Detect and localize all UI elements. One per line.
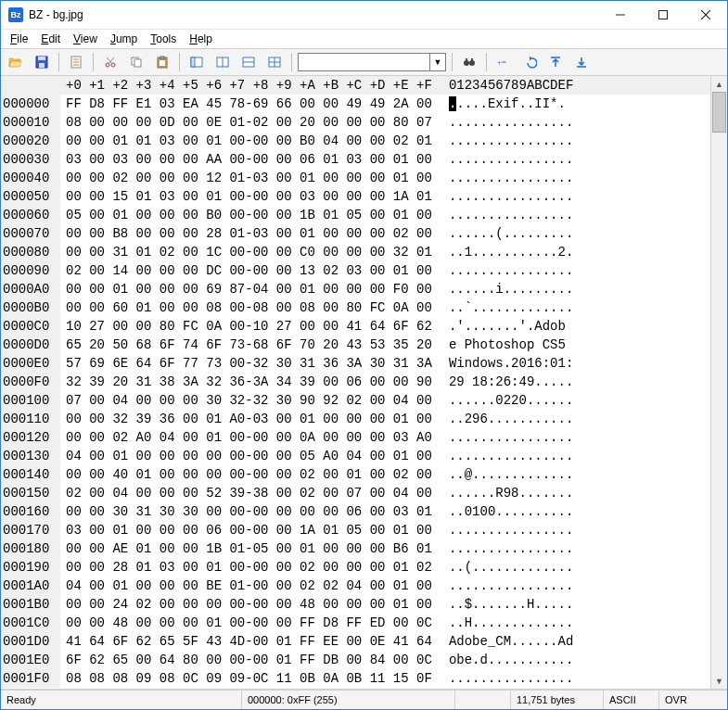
hex-ascii[interactable]: ................ — [432, 539, 573, 558]
hex-bytes[interactable]: 00 00 B8 00 00 00 28 01-03 00 01 00 00 0… — [60, 224, 432, 243]
hex-bytes[interactable]: 00 00 28 01 03 00 01 00-00 00 02 00 00 0… — [60, 558, 432, 577]
hex-view[interactable]: +0 +1 +2 +3 +4 +5 +6 +7 +8 +9 +A +B +C +… — [1, 76, 710, 689]
hex-bytes[interactable]: 05 00 01 00 00 00 B0 00-00 00 1B 01 05 0… — [60, 206, 432, 224]
hex-ascii[interactable]: ......0220...... — [432, 391, 573, 410]
hex-ascii[interactable]: ..`............. — [432, 298, 573, 317]
hex-row[interactable]: 00006005 00 01 00 00 00 B0 00-00 00 1B 0… — [1, 206, 710, 224]
hex-row[interactable]: 0000F032 39 20 31 38 3A 32 36-3A 34 39 0… — [1, 373, 710, 391]
hex-bytes[interactable]: 00 00 40 01 00 00 00 00-00 00 02 00 01 0… — [60, 465, 432, 484]
hex-row[interactable]: 0000C010 27 00 00 80 FC 0A 00-10 27 00 0… — [1, 317, 710, 336]
hex-ascii[interactable]: ................ — [432, 187, 573, 206]
hex-ascii[interactable]: ..296........... — [432, 410, 573, 428]
hex-row[interactable]: 0001B000 00 24 02 00 00 00 00-00 00 48 0… — [1, 595, 710, 614]
hex-row[interactable]: 00012000 00 02 A0 04 00 01 00-00 00 0A 0… — [1, 428, 710, 447]
hex-row[interactable]: 0001A004 00 01 00 00 00 BE 01-00 00 02 0… — [1, 577, 710, 595]
hex-row[interactable]: 0001F008 08 08 09 08 0C 09 09-0C 11 0B 0… — [1, 669, 710, 688]
view-split-4-button[interactable] — [263, 51, 286, 73]
hex-row[interactable]: 0000D065 20 50 68 6F 74 6F 73-68 6F 70 2… — [1, 336, 710, 354]
hex-ascii[interactable]: ..@............. — [432, 465, 573, 484]
hex-ascii[interactable]: ................ — [432, 428, 573, 447]
copy-button[interactable] — [125, 51, 147, 73]
hex-bytes[interactable]: 00 00 60 01 00 00 08 00-08 00 08 00 80 F… — [60, 298, 432, 317]
view-split-h-button[interactable] — [237, 51, 260, 73]
hex-ascii[interactable]: ................ — [432, 577, 573, 595]
hex-bytes[interactable]: 00 00 02 A0 04 00 01 00-00 00 0A 00 00 0… — [60, 428, 432, 447]
hex-bytes[interactable]: 00 00 01 01 03 00 01 00-00 00 B0 04 00 0… — [60, 132, 432, 150]
hex-row[interactable]: 00009002 00 14 00 00 00 DC 00-00 00 13 0… — [1, 261, 710, 280]
hex-ascii[interactable]: ................ — [432, 447, 573, 465]
find-button[interactable] — [458, 51, 480, 73]
hex-ascii[interactable]: ................ — [432, 132, 573, 150]
close-button[interactable] — [684, 1, 727, 29]
hex-bytes[interactable]: 00 00 31 01 02 00 1C 00-00 00 C0 00 00 0… — [60, 243, 432, 261]
hex-row[interactable]: 00013004 00 01 00 00 00 00 00-00 00 05 A… — [1, 447, 710, 465]
open-button[interactable] — [5, 51, 27, 73]
hex-bytes[interactable]: 00 00 02 00 00 00 12 01-03 00 01 00 00 0… — [60, 169, 432, 187]
hex-ascii[interactable]: ................ — [432, 169, 573, 187]
hex-row[interactable]: 0000E057 69 6E 64 6F 77 73 00-32 30 31 3… — [1, 354, 710, 373]
hex-ascii[interactable]: ................ — [432, 261, 573, 280]
hex-bytes[interactable]: 00 00 AE 01 00 00 1B 01-05 00 01 00 00 0… — [60, 539, 432, 558]
scroll-up-button[interactable]: ▲ — [711, 76, 727, 92]
hex-row[interactable]: 00017003 00 01 00 00 00 06 00-00 00 1A 0… — [1, 521, 710, 539]
menu-tools[interactable]: Tools — [145, 32, 182, 46]
menu-file[interactable]: File — [5, 32, 33, 46]
hex-row[interactable]: 00019000 00 28 01 03 00 01 00-00 00 02 0… — [1, 558, 710, 577]
hex-bytes[interactable]: 07 00 04 00 00 00 30 32-32 30 90 92 02 0… — [60, 391, 432, 410]
properties-button[interactable] — [65, 51, 87, 73]
hex-bytes[interactable]: 02 00 04 00 00 00 52 39-38 00 02 00 07 0… — [60, 484, 432, 502]
hex-ascii[interactable]: ..(............. — [432, 558, 573, 577]
hex-bytes[interactable]: 03 00 03 00 00 00 AA 00-00 00 06 01 03 0… — [60, 150, 432, 169]
hex-row[interactable]: 00004000 00 02 00 00 00 12 01-03 00 01 0… — [1, 169, 710, 187]
hex-row[interactable]: 0001D041 64 6F 62 65 5F 43 4D-00 01 FF E… — [1, 632, 710, 651]
vertical-scrollbar[interactable]: ▲ ▼ — [710, 76, 727, 689]
hex-row[interactable]: 00001008 00 00 00 0D 00 0E 01-02 00 20 0… — [1, 113, 710, 132]
hex-row[interactable]: 00005000 00 15 01 03 00 01 00-00 00 03 0… — [1, 187, 710, 206]
chevron-down-icon[interactable]: ▼ — [429, 54, 445, 70]
hex-ascii[interactable]: ................ — [432, 521, 573, 539]
hex-row[interactable]: 0001E06F 62 65 00 64 80 00 00-00 01 FF D… — [1, 651, 710, 669]
hex-row[interactable]: 00002000 00 01 01 03 00 01 00-00 00 B0 0… — [1, 132, 710, 150]
view-split-v-button[interactable] — [211, 51, 234, 73]
address-combo[interactable]: ▼ — [298, 53, 446, 71]
hex-bytes[interactable]: 41 64 6F 62 65 5F 43 4D-00 01 FF EE 00 0… — [60, 632, 432, 651]
jump-to-button[interactable]: += — [492, 51, 515, 73]
menu-view[interactable]: View — [68, 32, 103, 46]
hex-bytes[interactable]: 32 39 20 31 38 3A 32 36-3A 34 39 00 06 0… — [60, 373, 432, 391]
hex-ascii[interactable]: .....Exif..II*. — [432, 95, 566, 113]
jump-down-button[interactable] — [570, 51, 593, 73]
jump-up-button[interactable] — [544, 51, 567, 73]
hex-ascii[interactable]: ..H............. — [432, 614, 573, 632]
hex-row[interactable]: 00014000 00 40 01 00 00 00 00-00 00 02 0… — [1, 465, 710, 484]
hex-ascii[interactable]: ......(......... — [432, 224, 573, 243]
hex-row[interactable]: 000000FF D8 FF E1 03 EA 45 78-69 66 00 0… — [1, 95, 710, 113]
hex-bytes[interactable]: FF D8 FF E1 03 EA 45 78-69 66 00 00 49 4… — [60, 95, 432, 113]
hex-bytes[interactable]: 03 00 01 00 00 00 06 00-00 00 1A 01 05 0… — [60, 521, 432, 539]
hex-bytes[interactable]: 00 00 30 31 30 30 00 00-00 00 00 00 06 0… — [60, 502, 432, 521]
hex-bytes[interactable]: 02 00 14 00 00 00 DC 00-00 00 13 02 03 0… — [60, 261, 432, 280]
hex-ascii[interactable]: e Photoshop CS5 — [432, 336, 573, 354]
menu-jump[interactable]: Jump — [105, 32, 143, 46]
scroll-down-button[interactable]: ▼ — [711, 673, 727, 689]
hex-bytes[interactable]: 00 00 48 00 00 00 01 00-00 00 FF D8 FF E… — [60, 614, 432, 632]
undo-jump-button[interactable] — [518, 51, 541, 73]
hex-bytes[interactable]: 00 00 01 00 00 00 69 87-04 00 01 00 00 0… — [60, 280, 432, 298]
hex-ascii[interactable]: Windows.2016:01: — [432, 354, 573, 373]
hex-ascii[interactable]: ......R98....... — [432, 484, 573, 502]
hex-row[interactable]: 00008000 00 31 01 02 00 1C 00-00 00 C0 0… — [1, 243, 710, 261]
hex-bytes[interactable]: 65 20 50 68 6F 74 6F 73-68 6F 70 20 43 5… — [60, 336, 432, 354]
hex-bytes[interactable]: 04 00 01 00 00 00 00 00-00 00 05 A0 04 0… — [60, 447, 432, 465]
hex-row[interactable]: 00010007 00 04 00 00 00 30 32-32 30 90 9… — [1, 391, 710, 410]
hex-ascii[interactable]: ................ — [432, 150, 573, 169]
paste-button[interactable] — [151, 51, 173, 73]
hex-row[interactable]: 00016000 00 30 31 30 30 00 00-00 00 00 0… — [1, 502, 710, 521]
hex-row[interactable]: 00018000 00 AE 01 00 00 1B 01-05 00 01 0… — [1, 539, 710, 558]
hex-ascii[interactable]: .'.......'.Adob — [432, 317, 566, 336]
hex-ascii[interactable]: obe.d........... — [432, 651, 573, 669]
hex-ascii[interactable]: ................ — [432, 113, 573, 132]
menu-edit[interactable]: Edit — [35, 32, 66, 46]
hex-ascii[interactable]: Adobe_CM......Ad — [432, 632, 573, 651]
minimize-button[interactable] — [599, 1, 642, 29]
hex-row[interactable]: 00011000 00 32 39 36 00 01 A0-03 00 01 0… — [1, 410, 710, 428]
hex-row[interactable]: 00007000 00 B8 00 00 00 28 01-03 00 01 0… — [1, 224, 710, 243]
